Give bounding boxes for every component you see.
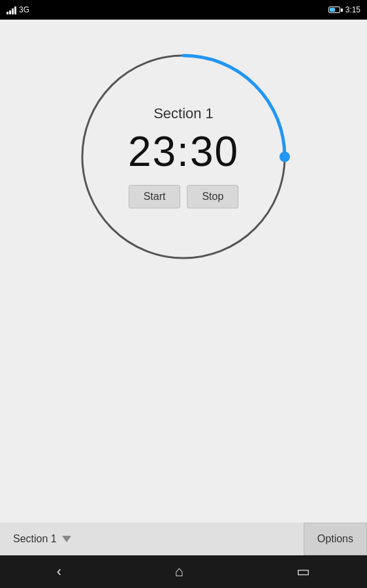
nav-bar: ‹ ⌂ ▭ xyxy=(0,555,367,588)
battery-icon xyxy=(328,7,343,13)
recent-apps-button[interactable]: ▭ xyxy=(296,563,310,580)
status-left: 3G xyxy=(7,5,29,14)
timer-inner: Section 1 23:30 Start Stop xyxy=(128,105,239,208)
signal-icon xyxy=(7,5,16,14)
status-right: 3:15 xyxy=(328,5,360,14)
status-time: 3:15 xyxy=(345,5,360,14)
network-type: 3G xyxy=(19,5,29,14)
section-name-text: Section 1 xyxy=(13,533,57,545)
timer-display: 23:30 xyxy=(128,127,239,176)
section-name-display[interactable]: Section 1 xyxy=(13,533,71,545)
stop-button[interactable]: Stop xyxy=(187,185,238,208)
home-button[interactable]: ⌂ xyxy=(175,563,184,580)
main-content: Section 1 23:30 Start Stop xyxy=(0,20,367,555)
options-button[interactable]: Options xyxy=(304,523,367,555)
timer-buttons: Start Stop xyxy=(129,185,239,208)
section-bar: Section 1 Options xyxy=(0,523,367,555)
back-button[interactable]: ‹ xyxy=(57,563,61,580)
section-label: Section 1 xyxy=(153,105,214,122)
timer-container: Section 1 23:30 Start Stop xyxy=(72,46,295,268)
dropdown-arrow-icon xyxy=(62,536,71,542)
start-button[interactable]: Start xyxy=(129,185,181,208)
status-bar: 3G 3:15 xyxy=(0,0,367,20)
svg-point-1 xyxy=(279,152,290,162)
